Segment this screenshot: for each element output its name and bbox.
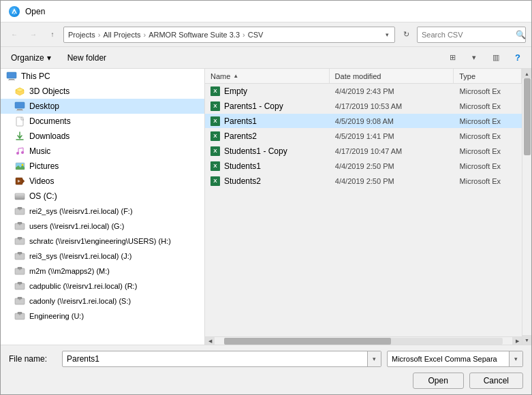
file-cell-name: X Students1 - Copy	[205, 144, 330, 158]
sidebar-item-rei3-sys[interactable]: rei3_sys (\\reisrv1.rei.local) (J:)	[1, 249, 204, 264]
excel-icon: X	[210, 131, 220, 141]
sidebar-item-desktop[interactable]: Desktop	[1, 99, 204, 114]
excel-icon: X	[210, 116, 220, 126]
file-row-students1-copy[interactable]: X Students1 - Copy 4/17/2019 10:47 AM Mi…	[205, 144, 522, 159]
vertical-scrollbar[interactable]: ▲ ▼	[522, 69, 531, 345]
breadcrumb-allprojects[interactable]: All Projects	[103, 31, 140, 39]
search-input[interactable]	[422, 31, 516, 39]
sidebar-item-schratc[interactable]: schratc (\\reisrv1\engineering\USERS) (H…	[1, 234, 204, 249]
svg-rect-39	[18, 297, 22, 299]
open-button[interactable]: Open	[413, 373, 464, 389]
navigation-toolbar: ← → ↑ Projects › All Projects › ARMOR So…	[1, 22, 531, 47]
filename-dropdown-arrow[interactable]: ▾	[367, 351, 381, 366]
excel-icon: X	[210, 86, 220, 96]
sort-arrow: ▲	[233, 73, 238, 79]
hscroll-thumb[interactable]	[224, 338, 391, 345]
sidebar-item-documents[interactable]: Documents	[1, 114, 204, 129]
sidebar-item-cadpublic[interactable]: cadpublic (\\reisrv1.rei.local) (R:)	[1, 279, 204, 294]
new-folder-button[interactable]: New folder	[61, 51, 112, 65]
documents-icon	[14, 116, 25, 127]
sidebar-item-label: Videos	[29, 176, 54, 186]
file-row-parents2[interactable]: X Parents2 4/5/2019 1:41 PM Microsoft Ex	[205, 129, 522, 144]
sidebar-item-label: rei2_sys (\\reisrv1.rei.local) (F:)	[29, 207, 133, 215]
pictures-icon	[14, 161, 25, 172]
sidebar-item-label: 3D Objects	[29, 86, 69, 96]
column-header-type[interactable]: Type	[454, 69, 522, 83]
file-row-students2[interactable]: X Students2 4/4/2019 2:50 PM Microsoft E…	[205, 174, 522, 189]
svg-rect-21	[18, 207, 22, 209]
videos-icon	[14, 176, 25, 187]
breadcrumb-csv[interactable]: CSV	[248, 31, 264, 39]
back-button[interactable]: ←	[6, 27, 22, 43]
sidebar-item-rei2-sys[interactable]: rei2_sys (\\reisrv1.rei.local) (F:)	[1, 204, 204, 219]
help-button[interactable]: ?	[510, 50, 526, 66]
file-row-empty[interactable]: X Empty 4/4/2019 2:43 PM Microsoft Ex	[205, 84, 522, 99]
file-row-students1[interactable]: X Students1 4/4/2019 2:50 PM Microsoft E…	[205, 159, 522, 174]
breadcrumb-projects[interactable]: Projects	[68, 31, 95, 39]
network-drive-icon	[14, 281, 25, 291]
svg-rect-3	[8, 80, 15, 80]
column-header-date[interactable]: Date modified	[330, 69, 454, 83]
title-text: Open	[25, 7, 45, 16]
breadcrumb-dropdown[interactable]: ▾	[384, 31, 390, 38]
file-cell-date: 4/4/2019 2:50 PM	[330, 174, 454, 188]
dialog-icon	[9, 6, 20, 17]
sidebar-item-m2m[interactable]: m2m (\\m2mapps2) (M:)	[1, 264, 204, 279]
file-cell-type: Microsoft Ex	[454, 114, 522, 128]
organize-button[interactable]: Organize ▾	[6, 51, 56, 65]
horizontal-scrollbar[interactable]: ◀ ▶	[205, 336, 522, 345]
filename-input[interactable]	[62, 351, 381, 367]
sidebar-item-music[interactable]: Music	[1, 144, 204, 159]
sidebar-item-engineering[interactable]: Engineering (U:)	[1, 309, 204, 323]
sidebar-item-downloads[interactable]: Downloads	[1, 129, 204, 144]
sidebar-item-os-c[interactable]: OS (C:)	[1, 189, 204, 204]
action-bar: Organize ▾ New folder ⊞ ▾ ▥ ?	[1, 47, 531, 69]
sidebar-item-3d-objects[interactable]: 3D Objects	[1, 84, 204, 99]
sidebar-item-pictures[interactable]: Pictures	[1, 159, 204, 174]
file-cell-type: Microsoft Ex	[454, 84, 522, 98]
pane-button[interactable]: ▥	[488, 50, 504, 66]
cancel-button[interactable]: Cancel	[469, 373, 523, 389]
view-options-button[interactable]: ⊞	[444, 50, 460, 66]
vscroll-thumb[interactable]	[524, 78, 531, 155]
sidebar-item-label: m2m (\\m2mapps2) (M:)	[29, 267, 110, 275]
title-bar: Open	[1, 1, 531, 22]
sidebar-item-label: schratc (\\reisrv1\engineering\USERS) (H…	[29, 237, 171, 245]
file-cell-date: 4/5/2019 9:08 AM	[330, 114, 454, 128]
file-cell-name: X Parents1 - Copy	[205, 99, 330, 113]
svg-point-0	[14, 13, 15, 14]
refresh-button[interactable]: ↻	[398, 27, 414, 43]
vscroll-down[interactable]: ▼	[522, 335, 532, 345]
sidebar-item-label: cadonly (\\reisrv1.rei.local) (S:)	[29, 297, 131, 305]
svg-rect-6	[15, 102, 25, 108]
sidebar-item-label: OS (C:)	[29, 191, 57, 201]
file-cell-date: 4/17/2019 10:53 AM	[330, 99, 454, 113]
sidebar-item-label: users (\\reisrv1.rei.local) (G:)	[29, 222, 124, 230]
computer-icon	[6, 71, 17, 82]
hscroll-left[interactable]: ◀	[205, 337, 215, 345]
file-cell-date: 4/5/2019 1:41 PM	[330, 129, 454, 143]
search-button[interactable]: 🔍	[516, 30, 526, 40]
bottom-bar: File name: ▾ Microsoft Excel Comma Separ…	[1, 345, 531, 394]
vscroll-up[interactable]: ▲	[522, 69, 532, 78]
forward-button[interactable]: →	[25, 27, 42, 43]
column-header-name[interactable]: Name ▲	[205, 69, 330, 83]
excel-icon: X	[210, 176, 220, 186]
file-cell-type: Microsoft Ex	[454, 129, 522, 143]
file-row-parents1[interactable]: X Parents1 4/5/2019 9:08 AM Microsoft Ex	[205, 114, 522, 129]
view-dropdown-button[interactable]: ▾	[466, 50, 482, 66]
svg-point-12	[21, 151, 24, 154]
sidebar-item-cadonly[interactable]: cadonly (\\reisrv1.rei.local) (S:)	[1, 294, 204, 309]
breadcrumb-armor[interactable]: ARMOR Software Suite 3.3	[148, 31, 240, 39]
sidebar-item-users[interactable]: users (\\reisrv1.rei.local) (G:)	[1, 219, 204, 234]
up-button[interactable]: ↑	[44, 27, 61, 43]
sidebar-item-videos[interactable]: Videos	[1, 174, 204, 189]
filetype-select[interactable]: Microsoft Excel Comma Separa	[387, 351, 523, 367]
svg-point-19	[22, 196, 23, 198]
file-row-parents1-copy[interactable]: X Parents1 - Copy 4/17/2019 10:53 AM Mic…	[205, 99, 522, 114]
sidebar-item-this-pc[interactable]: This PC	[1, 69, 204, 84]
network-drive-icon	[14, 311, 25, 321]
svg-rect-9	[16, 117, 23, 126]
network-drive-icon	[14, 206, 25, 217]
hscroll-right[interactable]: ▶	[512, 337, 522, 345]
